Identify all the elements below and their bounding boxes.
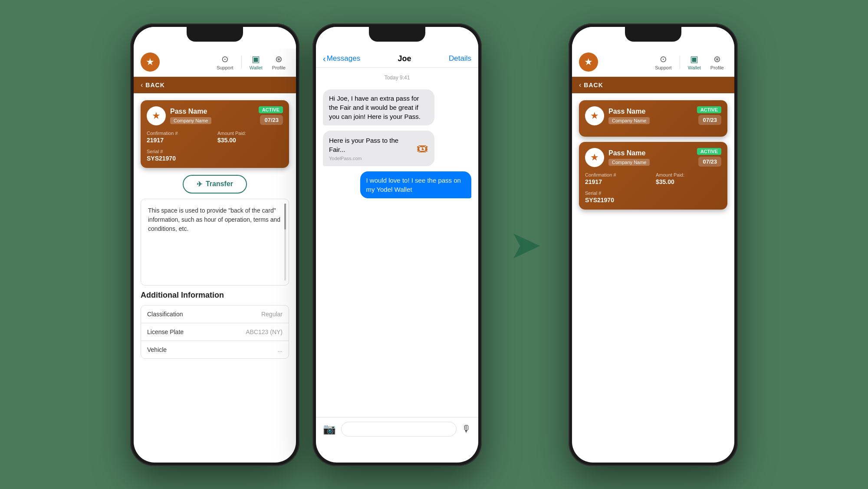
camera-icon[interactable]: 📷 [323, 423, 336, 435]
confirmation-item-1: Confirmation # 21917 [147, 131, 212, 144]
back-arrow-1: ‹ [141, 81, 143, 89]
pass-card-3-2[interactable]: ★ Pass Name Company Name ACTIVE 07/23 [579, 142, 727, 210]
pass-card-right-3-2: ACTIVE 07/23 [697, 148, 721, 167]
pass-title-area-1: ★ Pass Name Company Name [147, 106, 211, 125]
pass-card-1: ★ Pass Name Company Name ACTIVE 07/23 [141, 100, 289, 168]
pass-card-3-1[interactable]: ★ Pass Name Company Name ACTIVE 07/23 [579, 100, 727, 137]
messages-input-bar: 📷 🎙 [316, 417, 478, 441]
notch-1 [187, 27, 243, 42]
nav-support-3[interactable]: ⊙ Support [651, 52, 675, 72]
nav-wallet-3[interactable]: ▣ Wallet [684, 52, 704, 72]
app-logo-3: ★ [579, 53, 598, 72]
pass-preview-inner: Here is your Pass to the Fair... YodelPa… [329, 136, 428, 161]
pass-title-area-3-1: ★ Pass Name Company Name [585, 106, 650, 125]
message-sent-1: I would love to! I see the pass on my Yo… [360, 171, 472, 198]
messages-content: Today 9:41 Hi Joe, I have an extra pass … [316, 68, 478, 417]
pass-star-icon-3-1: ★ [590, 110, 599, 121]
table-row-vehicle: Vehicle ... [141, 341, 289, 358]
message-received-1: Hi Joe, I have an extra pass for the Fai… [323, 89, 434, 125]
transfer-area-1: ✈ Transfer [134, 175, 296, 199]
nav-support-1[interactable]: ⊙ Support [213, 52, 237, 72]
pass-card-details-1: Confirmation # 21917 Amount Paid: $35.00… [147, 131, 283, 162]
support-icon-3: ⊙ [660, 54, 667, 64]
ticket-icon: 🎟 [416, 141, 428, 155]
table-row-classification: Classification Regular [141, 305, 289, 323]
plane-icon-1: ✈ [197, 180, 202, 188]
nav-wallet-1[interactable]: ▣ Wallet [246, 52, 266, 72]
chevron-icon: ‹ [323, 54, 326, 64]
wallet-list: ★ Pass Name Company Name ACTIVE 07/23 [572, 93, 734, 217]
pass-logo-3-2: ★ [585, 148, 604, 167]
back-bar-1[interactable]: ‹ BACK [134, 77, 296, 93]
scrollbar-1[interactable] [284, 203, 286, 281]
pass-card-right-1: ACTIVE 07/23 [259, 106, 283, 125]
arrow-container: ➤ [495, 225, 556, 264]
nav-profile-1[interactable]: ⊛ Profile [269, 52, 289, 72]
nav-items-3: ⊙ Support ▣ Wallet ⊛ Profile [651, 52, 727, 72]
info-box-1: This space is used to provide "back of t… [141, 199, 289, 286]
pass-logo-3-1: ★ [585, 106, 604, 125]
pass-title-text-3-2: Pass Name Company Name [608, 149, 650, 166]
star-icon-1: ★ [146, 56, 155, 68]
messages-back-btn[interactable]: ‹ Messages [323, 54, 360, 64]
pass-preview-text-area: Here is your Pass to the Fair... YodelPa… [329, 136, 412, 161]
nav-bar-1: ★ ⊙ Support ▣ Wallet ⊛ [134, 49, 296, 77]
message-input[interactable] [341, 422, 457, 436]
pass-star-icon-3-2: ★ [590, 152, 599, 163]
nav-divider-1 [241, 56, 242, 69]
pass-title-area-3-2: ★ Pass Name Company Name [585, 148, 650, 167]
profile-icon-3: ⊛ [713, 54, 721, 64]
wallet-icon-1: ▣ [252, 54, 260, 64]
messages-nav: ‹ Messages Joe Details [316, 49, 478, 68]
serial-item-3-2: Serial # SYS21970 [585, 190, 651, 203]
support-icon-1: ⊙ [221, 54, 229, 64]
back-arrow-3: ‹ [579, 81, 581, 89]
phone-2: ‹ Messages Joe Details Today 9:41 Hi Joe… [312, 23, 482, 466]
amount-item-3-2: Amount Paid: $35.00 [656, 172, 721, 185]
notch-3 [625, 27, 681, 42]
amount-item-1: Amount Paid: $35.00 [217, 131, 283, 144]
nav-items-1: ⊙ Support ▣ Wallet ⊛ Profile [213, 52, 289, 72]
pass-card-right-3-1: ACTIVE 07/23 [697, 106, 721, 125]
phone-1: ★ ⊙ Support ▣ Wallet ⊛ [130, 23, 299, 466]
wallet-icon-3: ▣ [690, 54, 698, 64]
pass-logo-1: ★ [147, 106, 166, 125]
notch-2 [369, 27, 425, 42]
scrollbar-thumb-1 [284, 203, 286, 230]
star-icon-3: ★ [584, 56, 593, 68]
scene: ★ ⊙ Support ▣ Wallet ⊛ [0, 0, 868, 489]
transfer-button-1[interactable]: ✈ Transfer [183, 175, 247, 194]
back-bar-3[interactable]: ‹ BACK [572, 77, 734, 93]
table-row-license: License Plate ABC123 (NY) [141, 323, 289, 341]
info-table-1: Classification Regular License Plate ABC… [141, 305, 289, 359]
profile-icon-1: ⊛ [275, 54, 283, 64]
app-logo-1: ★ [141, 53, 160, 72]
nav-profile-3[interactable]: ⊛ Profile [707, 52, 727, 72]
pass-title-text-3-1: Pass Name Company Name [608, 108, 650, 124]
pass-preview-message[interactable]: Here is your Pass to the Fair... YodelPa… [323, 131, 434, 166]
nav-divider-3 [680, 56, 680, 69]
pass-star-icon-1: ★ [152, 110, 161, 121]
nav-bar-3: ★ ⊙ Support ▣ Wallet ⊛ [572, 49, 734, 77]
pass-title-text-1: Pass Name Company Name [170, 108, 211, 124]
pass-card-details-3-2: Confirmation # 21917 Amount Paid: $35.00… [585, 172, 721, 203]
arrow-icon: ➤ [509, 225, 542, 264]
confirmation-item-3-2: Confirmation # 21917 [585, 172, 651, 185]
serial-item-1: Serial # SYS21970 [147, 149, 212, 162]
phone-3: ★ ⊙ Support ▣ Wallet ⊛ [569, 23, 738, 466]
additional-info-1: Additional Information Classification Re… [134, 291, 296, 359]
microphone-icon[interactable]: 🎙 [462, 423, 471, 435]
